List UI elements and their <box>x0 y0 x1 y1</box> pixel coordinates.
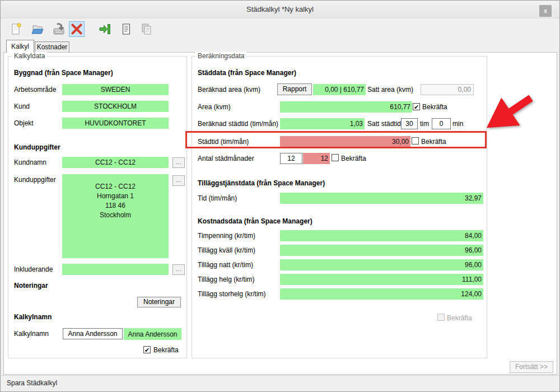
copy-button <box>138 21 154 37</box>
kunduppgifter-browse-button[interactable]: … <box>172 175 185 186</box>
manader-input[interactable] <box>280 153 302 164</box>
group-kalkyldata-caption: Kalkyldata <box>12 52 47 60</box>
kundnamn-field: CC12 - CC12 <box>62 157 169 168</box>
address-line: CC12 - CC12 <box>62 182 169 192</box>
kalkylnamn-confirmed-field: Anna Andersson <box>124 328 181 340</box>
heading-tillaggstjanst: Tilläggstjänstdata (från Space Manager) <box>198 179 325 187</box>
inkluderande-field <box>62 264 169 275</box>
satt-area-field: 0,00 <box>421 84 474 95</box>
heading-kostnadsdata: Kostnadsdata (från Space Manager) <box>198 217 312 225</box>
heading-byggnad: Byggnad (från Space Manager) <box>14 69 113 77</box>
satt-stadtid-tim-input[interactable] <box>401 118 418 129</box>
heading-staddata: Städdata (från Space Manager) <box>198 69 296 77</box>
area-field: 610,77 <box>280 101 412 113</box>
kalkylnamn-label: Kalkylnamn <box>14 330 49 338</box>
tid-field: 32,97 <box>280 193 483 204</box>
report-page-icon <box>119 22 133 36</box>
annotation-highlight-box <box>185 131 487 148</box>
address-line: 118 46 <box>62 201 169 211</box>
open-button[interactable] <box>30 21 45 37</box>
copy-pages-icon <box>139 22 153 36</box>
area-bekrafta-checkbox[interactable]: ✔ <box>413 103 420 110</box>
save-button[interactable] <box>51 21 67 37</box>
fortsatt-button: Fortsätt >> <box>510 361 553 373</box>
kalkylnamn-input[interactable] <box>63 328 123 339</box>
delete-x-icon <box>70 22 83 36</box>
export-arrow-icon <box>98 22 111 36</box>
close-button[interactable]: x <box>539 5 552 17</box>
kalkylnamn-bekrafta-label: Bekräfta <box>153 346 179 354</box>
tid-label: Tid (tim/mån) <box>198 194 237 202</box>
group-berakningsdata: Beräkningsdata Städdata (från Space Mana… <box>192 56 487 358</box>
address-line: Horngatan 1 <box>62 192 169 201</box>
kundnamn-browse-button[interactable]: … <box>172 157 185 168</box>
kalkylnamn-bekrafta-checkbox[interactable]: ✔ <box>143 346 151 353</box>
new-document-button[interactable] <box>8 21 24 37</box>
kund-label: Kund <box>14 102 30 110</box>
bottom-bekrafta-label: Bekräfta <box>447 314 472 322</box>
status-text: Spara Städkalkyl <box>7 379 57 387</box>
beraknad-stadtid-field: 1,03 <box>280 118 365 129</box>
new-document-icon <box>10 22 23 36</box>
kunduppgifter-field: CC12 - CC12 Horngatan 1 118 46 Stockholm <box>62 174 169 258</box>
objekt-field: HUVUDKONTORET <box>62 118 169 129</box>
manader-bekrafta-label: Bekräfta <box>341 155 366 162</box>
area-bekrafta-label: Bekräfta <box>422 103 447 111</box>
tillagg-natt-field: 96,00 <box>280 259 483 270</box>
open-folder-icon <box>31 22 44 36</box>
noteringar-button[interactable]: Noteringar <box>137 297 181 307</box>
satt-stadtid-min-input[interactable] <box>432 118 451 129</box>
group-kalkyldata: Kalkyldata Byggnad (från Space Manager) … <box>8 56 187 358</box>
export-button[interactable] <box>97 21 113 37</box>
tillagg-storhelg-field: 124,00 <box>280 288 483 300</box>
kunduppgifter-label: Kunduppgifter <box>14 176 56 184</box>
window-title: Städkalkyl *Ny kalkyl <box>1 5 559 13</box>
timpenning-field: 84,00 <box>280 230 483 241</box>
kund-field: STOCKHOLM <box>62 101 169 112</box>
report-button[interactable] <box>118 21 134 37</box>
status-bar: Spara Städkalkyl <box>1 375 560 391</box>
objekt-label: Objekt <box>14 119 34 127</box>
title-bar: Städkalkyl *Ny kalkyl x <box>1 1 559 18</box>
beraknad-stadtid-label: Beräknad städtid (tim/mån) <box>198 120 278 128</box>
arbetsomrade-field: SWEDEN <box>62 84 169 95</box>
satt-area-label: Satt area (kvm) <box>367 86 413 94</box>
rapport-button[interactable]: Rapport <box>277 83 312 95</box>
kundnamn-label: Kundnamn <box>14 158 46 166</box>
heading-kalkylnamn: Kalkylnamn <box>14 313 52 321</box>
annotation-arrow-icon <box>478 90 540 134</box>
tillagg-kvall-field: 96,00 <box>280 245 483 256</box>
save-icon <box>52 22 66 36</box>
manader-label: Antal städmånader <box>198 155 254 162</box>
tab-kalkyl[interactable]: Kalkyl <box>6 40 34 53</box>
customer-address: CC12 - CC12 Horngatan 1 118 46 Stockholm <box>62 182 169 220</box>
tillagg-helg-field: 111,00 <box>280 274 483 285</box>
manader-field: 12 <box>303 153 330 164</box>
bottom-bekrafta-checkbox <box>437 314 445 321</box>
app-window: Städkalkyl *Ny kalkyl x Kalkyl Kostnader <box>0 0 560 392</box>
tillagg-natt-label: Tillägg natt (kr/tim) <box>198 261 253 269</box>
beraknad-area-field: 0,00 | 610,77 <box>313 84 366 95</box>
area-label: Area (kvm) <box>198 103 231 111</box>
address-line: Stockholm <box>62 211 169 220</box>
toolbar <box>1 18 559 40</box>
tim-label: tim <box>420 120 429 128</box>
delete-button[interactable] <box>69 21 85 37</box>
heading-kunduppgifter: Kunduppgifter <box>14 143 60 151</box>
tillagg-helg-label: Tillägg helg (kr/tim) <box>198 276 255 283</box>
inkluderande-browse-button[interactable]: … <box>172 264 185 275</box>
min-label: min <box>452 120 463 128</box>
manader-bekrafta-checkbox[interactable] <box>332 154 339 161</box>
arbetsomrade-label: Arbetsområde <box>14 86 56 94</box>
beraknad-area-label: Beräknad area (kvm) <box>198 86 260 94</box>
satt-stadtid-label: Satt städtid <box>367 120 401 128</box>
tab-page-kalkyl: Kalkyldata Byggnad (från Space Manager) … <box>3 52 557 375</box>
group-berakningsdata-caption: Beräkningsdata <box>195 52 246 60</box>
tab-kostnader[interactable]: Kostnader <box>35 41 69 53</box>
heading-noteringar: Noteringar <box>14 282 48 290</box>
timpenning-label: Timpenning (kr/tim) <box>198 232 255 240</box>
inkluderande-label: Inkluderande <box>14 265 53 273</box>
tillagg-kvall-label: Tillägg kväll (kr/tim) <box>198 246 255 254</box>
tillagg-storhelg-label: Tillägg storhelg (kr/tim) <box>198 290 266 298</box>
